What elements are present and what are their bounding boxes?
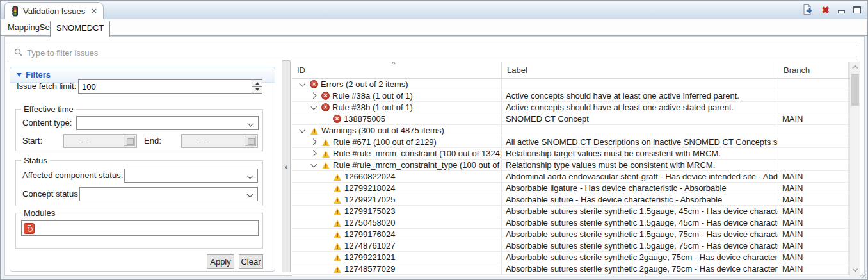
id-cell: Rule #rule_mrcm_constraint (100 out of 1… [292, 148, 502, 159]
status-legend: Status [21, 156, 50, 165]
scroll-up-icon[interactable] [850, 62, 860, 72]
column-header-id[interactable]: ID^ [292, 62, 502, 78]
concept-status-combo[interactable] [79, 187, 258, 201]
id-cell: ✕138875005 [292, 113, 502, 124]
id-text: 12799221021 [344, 252, 396, 262]
issue-row[interactable]: 12799217025Absorbable suture - Has devic… [292, 194, 849, 206]
warning-icon [333, 230, 342, 238]
group-row[interactable]: Rule #671 (100 out of 2129)All active SN… [292, 136, 849, 148]
stepper-down-icon[interactable] [252, 87, 262, 94]
column-header-label[interactable]: Label [502, 62, 778, 78]
issue-row[interactable]: 12799175023Absorbable sutures sterile sy… [292, 206, 849, 217]
chevron-down-icon[interactable] [297, 83, 307, 86]
issue-row[interactable]: 12799218024Absorbable ligature - Has dev… [292, 183, 849, 194]
scrollbar-thumb[interactable] [851, 74, 859, 106]
end-date-label: End: [144, 134, 161, 148]
label-cell: Absorbable sutures sterile synthetic 2ga… [502, 252, 778, 263]
issue-row[interactable]: 12799221021Absorbable sutures sterile sy… [292, 252, 849, 263]
branch-cell: MAIN [778, 217, 849, 228]
minimize-view-icon[interactable] [838, 10, 845, 13]
module-icon [24, 223, 35, 234]
affected-component-status-label: Affected component status: [22, 169, 123, 183]
id-text: Errors (2 out of 2 items) [321, 79, 408, 89]
vertical-scrollbar[interactable] [849, 62, 860, 276]
modules-field[interactable] [21, 220, 259, 236]
issue-row[interactable]: ✕138875005SNOMED CT ConceptMAIN [292, 113, 849, 125]
label-cell: Relationship type values must be consist… [502, 160, 778, 170]
issue-row[interactable]: 12799176024Absorbable sutures sterile sy… [292, 229, 849, 240]
end-date-value: - - [198, 136, 206, 146]
status-group: Status Affected component status: Concep… [15, 160, 263, 206]
label-cell: Absorbable sutures sterile synthetic 1.5… [502, 206, 778, 217]
id-cell: 12799218024 [292, 183, 502, 194]
scroll-down-icon[interactable] [850, 265, 860, 276]
warning-icon [333, 184, 342, 192]
issue-row[interactable]: 12748761027Absorbable sutures sterile sy… [292, 240, 849, 252]
apply-button[interactable]: Apply [207, 254, 234, 269]
view-tab-validation-issues[interactable]: Validation Issues ✕ [4, 2, 104, 19]
label-cell: Absorbable sutures sterile synthetic 1.5… [502, 240, 778, 251]
error-icon: ✕ [310, 80, 318, 88]
chevron-right-icon[interactable] [309, 140, 319, 144]
group-row[interactable]: ✕Rule #38b (1 out of 1)Active concepts s… [292, 102, 849, 113]
label-cell: Absorbable sutures sterile synthetic 1.5… [502, 229, 778, 240]
label-cell: All active SNOMED CT Descriptions on ina… [502, 136, 778, 147]
branch-cell [778, 79, 849, 90]
id-cell: 12750458020 [292, 217, 502, 228]
id-text: Rule #671 (100 out of 2129) [333, 137, 437, 147]
id-cell: Rule #671 (100 out of 2129) [292, 136, 502, 147]
issue-row[interactable]: 12660822024Abdominal aorta endovascular … [292, 171, 849, 183]
warning-icon [321, 138, 330, 146]
chevron-down-icon[interactable] [309, 163, 319, 167]
editor-tab-bar: MappingSet SNOMEDCT [1, 19, 867, 36]
search-input[interactable] [10, 45, 858, 60]
tab-snomedct[interactable]: SNOMEDCT [50, 21, 110, 37]
id-text: 12799218024 [344, 183, 396, 193]
remove-all-issues-icon[interactable]: ✖ [821, 5, 830, 15]
id-text: Rule #38b (1 out of 1) [332, 103, 413, 112]
group-row[interactable]: Rule #rule_mrcm_constraint (100 out of 1… [292, 148, 849, 160]
group-row[interactable]: ✕Rule #38a (1 out of 1)Active concepts s… [292, 90, 849, 102]
content-type-label: Content type: [22, 116, 72, 130]
affected-component-status-combo[interactable] [124, 169, 258, 183]
calendar-icon [245, 136, 256, 146]
label-cell: Active concepts should have at least one… [502, 102, 778, 113]
start-date-value: - - [81, 136, 88, 146]
warning-icon [321, 149, 330, 158]
issue-row[interactable]: 12748577029Absorbable sutures sterile sy… [292, 263, 849, 275]
issue-row[interactable]: 12750458020Absorbable sutures sterile sy… [292, 217, 849, 229]
chevron-down-icon[interactable] [309, 106, 319, 109]
collapse-sash[interactable]: ‹ [282, 60, 291, 272]
view-tab-close-icon[interactable]: ✕ [91, 7, 97, 15]
label-cell: Absorbable sutures sterile synthetic 1.5… [502, 217, 778, 228]
export-page-icon[interactable] [801, 4, 813, 15]
collapse-left-icon: ‹ [285, 163, 287, 170]
id-text: Warnings (300 out of 4875 items) [321, 126, 444, 135]
tab-mappingset[interactable]: MappingSet [8, 19, 52, 36]
sort-ascending-icon: ^ [392, 62, 396, 69]
grid-header: ID^LabelBranch [292, 62, 860, 79]
maximize-view-icon[interactable] [853, 6, 861, 13]
warning-icon [310, 126, 319, 135]
stepper-up-icon[interactable] [252, 79, 262, 87]
id-text: 12799176024 [344, 229, 396, 239]
content-type-combo[interactable] [76, 116, 259, 130]
chevron-right-icon[interactable] [309, 94, 319, 98]
chevron-down-icon[interactable] [297, 129, 307, 132]
id-text: 12750458020 [344, 218, 396, 227]
branch-cell: MAIN [778, 229, 849, 240]
id-text: 138875005 [344, 114, 385, 124]
validation-issues-window: Validation Issues ✕ ✖ MappingSet SNOMEDC… [0, 0, 868, 280]
issues-grid: ID^LabelBranch ✕Errors (2 out of 2 items… [292, 62, 860, 276]
clear-button[interactable]: Clear [239, 254, 263, 269]
column-header-branch[interactable]: Branch [778, 62, 849, 78]
group-row[interactable]: Warnings (300 out of 4875 items) [292, 125, 849, 136]
group-row[interactable]: Rule #rule_mrcm_constraint_type (100 out… [292, 160, 849, 171]
group-row[interactable]: ✕Errors (2 out of 2 items) [292, 79, 849, 90]
error-icon: ✕ [321, 103, 330, 111]
chevron-right-icon[interactable] [309, 151, 319, 156]
id-text: Rule #38a (1 out of 1) [332, 91, 413, 101]
issue-fetch-limit-input[interactable] [78, 79, 252, 94]
view-tab-bar: Validation Issues ✕ ✖ [1, 1, 867, 19]
id-cell: 12748761027 [292, 240, 502, 251]
